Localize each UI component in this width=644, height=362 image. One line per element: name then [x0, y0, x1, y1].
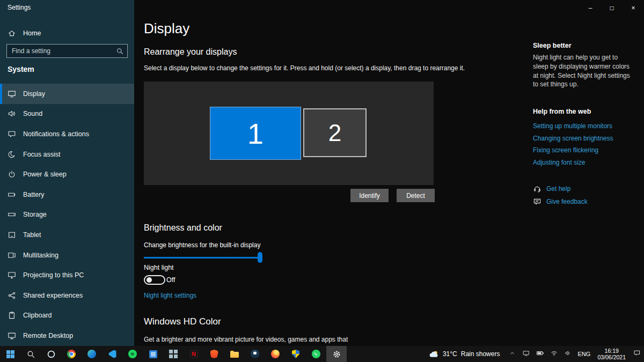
- vscode-icon: [108, 350, 116, 358]
- taskbar-weather[interactable]: 31°C Rain showers: [423, 346, 506, 362]
- display-2-number: 2: [328, 120, 341, 146]
- sidebar-item-display[interactable]: Display: [0, 84, 134, 104]
- sidebar-item-storage[interactable]: Storage: [0, 205, 134, 225]
- sidebar-item-power-sleep[interactable]: Power & sleep: [0, 164, 134, 184]
- sidebar-item-battery[interactable]: Battery: [0, 184, 134, 205]
- sidebar-item-clipboard[interactable]: Clipboard: [0, 306, 134, 326]
- steam-icon: [251, 350, 259, 358]
- help-link-adjusting-font-size[interactable]: Adjusting font size: [533, 159, 613, 166]
- taskbar-app-cortana[interactable]: [41, 346, 61, 362]
- clock[interactable]: 16:19 03/06/2021: [593, 348, 630, 360]
- search-input[interactable]: [7, 45, 112, 57]
- taskbar-app-edge[interactable]: [82, 346, 102, 362]
- sidebar-item-projecting-to-this-pc[interactable]: Projecting to this PC: [0, 265, 134, 285]
- taskbar-app-whatsapp[interactable]: [306, 346, 326, 362]
- tray-monitor-button[interactable]: [519, 346, 533, 362]
- tray-network-button[interactable]: [547, 346, 561, 362]
- desktop: Settings Home System DisplaySoundNotific…: [0, 0, 644, 362]
- feedback-icon: [533, 197, 541, 206]
- taskbar-app-settings[interactable]: [326, 346, 347, 362]
- sidebar-item-label: Multitasking: [23, 252, 58, 259]
- start-icon: [6, 350, 15, 359]
- taskbar-app-tiles[interactable]: [163, 346, 184, 362]
- taskbar-app-firefox[interactable]: [265, 346, 286, 362]
- tray-volume-button[interactable]: [561, 346, 575, 362]
- sidebar-item-label: Notifications & actions: [23, 130, 89, 138]
- taskbar-app-search[interactable]: [20, 346, 41, 362]
- brightness-slider[interactable]: [144, 252, 262, 263]
- edge-icon: [87, 350, 96, 358]
- minimize-button[interactable]: –: [580, 0, 601, 16]
- rearrange-description: Select a display below to change the set…: [144, 64, 465, 72]
- taskbar-app-netflix[interactable]: N: [184, 346, 204, 362]
- help-link-changing-screen-brightness[interactable]: Changing screen brightness: [533, 135, 613, 142]
- slider-fill: [144, 257, 260, 258]
- action-center-button[interactable]: [630, 346, 644, 362]
- sidebar-item-notifications-actions[interactable]: Notifications & actions: [0, 124, 134, 144]
- sidebar-item-sound[interactable]: Sound: [0, 104, 134, 124]
- firefox-icon: [271, 350, 280, 358]
- taskbar-app-start[interactable]: [0, 346, 20, 362]
- shared-experiences-icon: [8, 291, 16, 300]
- taskbar-app-steam[interactable]: [245, 346, 265, 362]
- clock-time: 16:19: [605, 348, 619, 354]
- display-1-box[interactable]: 1: [210, 107, 301, 160]
- focus-assist-icon: [8, 150, 16, 159]
- close-button[interactable]: ×: [623, 0, 644, 16]
- sidebar-item-focus-assist[interactable]: Focus assist: [0, 144, 134, 165]
- taskbar-app-file-explorer[interactable]: [224, 346, 245, 362]
- brave-icon: [210, 350, 218, 358]
- detect-button[interactable]: Detect: [397, 189, 435, 202]
- taskbar: N 31°C Rain showers ENG 16:19 03/06/2021: [0, 346, 644, 362]
- taskbar-app-brave[interactable]: [204, 346, 224, 362]
- sidebar-item-label: Shared experiences: [23, 292, 83, 299]
- brightness-slider-label: Change brightness for the built-in displ…: [144, 241, 260, 249]
- get-help-row[interactable]: Get help: [533, 184, 570, 193]
- sidebar-item-tablet[interactable]: Tablet: [0, 225, 134, 245]
- sidebar-item-shared-experiences[interactable]: Shared experiences: [0, 285, 134, 306]
- settings-main: – □ × Display Rearrange your displays Se…: [134, 0, 644, 346]
- home-icon: [8, 29, 16, 38]
- help-link-fixing-screen-flickering[interactable]: Fixing screen flickering: [533, 146, 613, 154]
- give-feedback-row[interactable]: Give feedback: [533, 197, 588, 206]
- slider-thumb[interactable]: [258, 252, 262, 263]
- taskbar-app-security[interactable]: [286, 346, 306, 362]
- taskbar-app-vscode[interactable]: [102, 346, 122, 362]
- tray-monitor-icon: [523, 349, 530, 359]
- sidebar-item-label: Projecting to this PC: [23, 271, 84, 279]
- get-help-icon: [533, 184, 541, 193]
- tray-battery-button[interactable]: [533, 346, 547, 362]
- taskbar-app-spotify[interactable]: [122, 346, 143, 362]
- projecting-icon: [8, 271, 16, 279]
- sidebar-item-label: Tablet: [23, 231, 41, 239]
- display-icon: [8, 90, 16, 98]
- taskbar-app-chrome[interactable]: [61, 346, 82, 362]
- tray-expand-button[interactable]: [505, 346, 519, 362]
- night-light-settings-link[interactable]: Night light settings: [144, 292, 196, 299]
- hd-color-heading: Windows HD Color: [144, 316, 221, 327]
- sidebar-item-remote-desktop[interactable]: Remote Desktop: [0, 326, 134, 346]
- weather-icon: [429, 349, 439, 359]
- window-title: Settings: [8, 4, 31, 11]
- chrome-icon: [67, 350, 76, 358]
- sidebar-item-home[interactable]: Home: [0, 25, 134, 42]
- sleep-better-text: Night light can help you get to sleep by…: [533, 53, 631, 89]
- rearrange-heading: Rearrange your displays: [144, 47, 237, 57]
- toggle-knob: [147, 277, 152, 283]
- night-light-toggle[interactable]: [144, 275, 165, 285]
- display-2-box[interactable]: 2: [303, 108, 367, 157]
- file-explorer-icon: [230, 350, 239, 358]
- help-link-setting-up-multiple-monitors[interactable]: Setting up multiple monitors: [533, 122, 613, 130]
- search-icon[interactable]: [112, 47, 127, 55]
- volume-icon: [565, 349, 572, 359]
- language-indicator[interactable]: ENG: [575, 351, 593, 357]
- sidebar-nav: DisplaySoundNotifications & actionsFocus…: [0, 84, 134, 346]
- taskbar-apps: N: [0, 346, 347, 362]
- get-help-link: Get help: [546, 185, 570, 193]
- settings-icon: [332, 350, 341, 359]
- sidebar-item-multitasking[interactable]: Multitasking: [0, 245, 134, 265]
- sidebar-item-label: Sound: [23, 110, 42, 117]
- maximize-button[interactable]: □: [601, 0, 623, 16]
- taskbar-app-photos[interactable]: [143, 346, 163, 362]
- identify-button[interactable]: Identify: [350, 189, 389, 202]
